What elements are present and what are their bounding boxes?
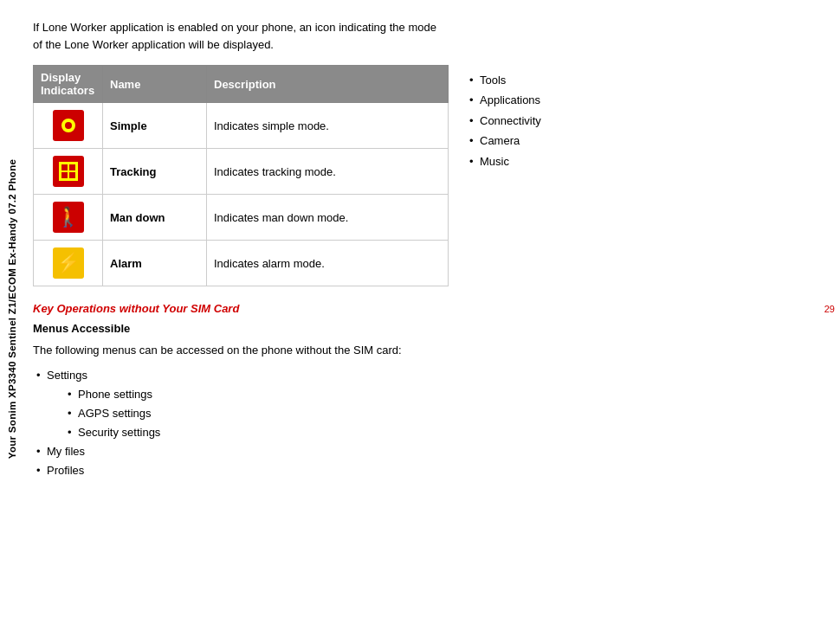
desc-cell-mandown: Indicates man down mode. [207,195,449,241]
name-cell-tracking: Tracking [103,149,207,195]
sub-list-item-security-settings: Security settings [64,423,449,442]
intro-paragraph: If Lone Worker application is enabled on… [33,19,440,53]
page-number: 29 [824,304,835,314]
icon-cell-simple [34,103,103,149]
name-cell-mandown: Man down [103,195,207,241]
table-row-alarm: ⚡ Alarm Indicates alarm mode. [34,241,449,286]
sub-list-item-phone-settings: Phone settings [64,385,449,404]
sidebar-label: Your Sonim XP3340 Sentinel Z1/ECOM Ex-Ha… [7,158,17,458]
icon-cell-alarm: ⚡ [34,241,103,286]
alarm-icon: ⚡ [53,247,84,279]
col-header-name: Name [103,66,207,103]
col-header-display: DisplayIndicators [34,66,103,103]
desc-cell-alarm: Indicates alarm mode. [207,241,449,286]
icon-cell-mandown: 🚶 [34,195,103,241]
key-operations-section: Key Operations without Your SIM Card Men… [33,302,449,480]
table-row-simple: Simple Indicates simple mode. [34,103,449,149]
table-row-mandown: 🚶 Man down Indicates man down mode. [34,195,449,241]
settings-sub-list: Phone settings AGPS settings Security se… [47,385,449,442]
key-ops-list: Settings Phone settings AGPS settings Se… [33,366,449,481]
desc-cell-tracking: Indicates tracking mode. [207,149,449,195]
sidebar: Your Sonim XP3340 Sentinel Z1/ECOM Ex-Ha… [0,0,24,617]
table-row-tracking: Tracking Indicates tracking mode. [34,149,449,195]
tracking-icon [53,156,84,187]
desc-cell-simple: Indicates simple mode. [207,103,449,149]
list-item-settings: Settings Phone settings AGPS settings Se… [33,366,449,442]
right-list-item-connectivity: Connectivity [466,111,823,131]
menus-accessible-title: Menus Accessible [33,322,449,335]
main-content: If Lone Worker application is enabled on… [24,0,840,617]
key-ops-title: Key Operations without Your SIM Card [33,302,449,315]
list-item-myfiles: My files [33,442,449,461]
right-column: Tools Applications Connectivity Camera M… [466,65,823,480]
indicator-table: DisplayIndicators Name Description [33,65,449,286]
icon-cell-tracking [34,149,103,195]
list-item-profiles: Profiles [33,461,449,480]
mandown-icon: 🚶 [53,202,84,233]
two-column-layout: DisplayIndicators Name Description [33,65,823,480]
right-list-item-tools: Tools [466,70,823,90]
name-cell-alarm: Alarm [103,241,207,286]
simple-icon [53,110,84,141]
right-list-item-music: Music [466,151,823,171]
col-header-description: Description [207,66,449,103]
right-list-item-camera: Camera [466,131,823,151]
sub-list-item-agps-settings: AGPS settings [64,404,449,423]
name-cell-simple: Simple [103,103,207,149]
left-column: DisplayIndicators Name Description [33,65,449,480]
following-text: The following menus can be accessed on t… [33,342,449,359]
right-list-item-applications: Applications [466,90,823,110]
right-column-list: Tools Applications Connectivity Camera M… [466,70,823,171]
